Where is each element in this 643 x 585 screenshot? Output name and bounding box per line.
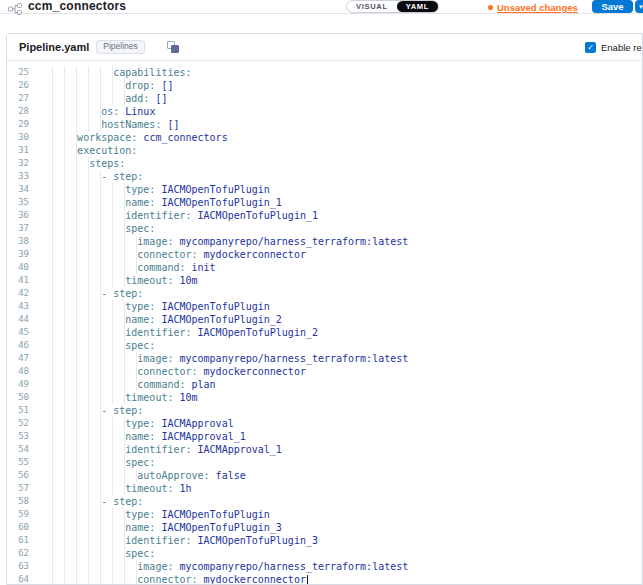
yaml-editor[interactable]: 25capabilities:26drop: []27add: []28os: … xyxy=(7,61,642,585)
editor-line[interactable]: 63image: mycompanyrepo/harness_terraform… xyxy=(7,560,642,573)
code-line[interactable]: execution: xyxy=(41,144,137,157)
code-line[interactable]: capabilities: xyxy=(41,66,192,79)
editor-line[interactable]: 51- step: xyxy=(7,404,642,417)
code-line[interactable]: spec: xyxy=(41,339,155,352)
editor-line[interactable]: 52type: IACMApproval xyxy=(7,417,642,430)
code-line[interactable]: - step: xyxy=(41,170,143,183)
editor-line[interactable]: 57timeout: 1h xyxy=(7,482,642,495)
code-line[interactable]: autoApprove: false xyxy=(41,469,246,482)
code-line[interactable]: os: Linux xyxy=(41,105,155,118)
editor-line[interactable]: 31execution: xyxy=(7,144,642,157)
editor-line[interactable]: 56autoApprove: false xyxy=(7,469,642,482)
line-number: 46 xyxy=(7,339,41,352)
editor-line[interactable]: 39connector: mydockerconnector xyxy=(7,248,642,261)
code-line[interactable]: name: IACMOpenTofuPlugin_3 xyxy=(41,521,282,534)
code-line[interactable]: image: mycompanyrepo/harness_terraform:l… xyxy=(41,235,408,248)
code-line[interactable]: name: IACMApproval_1 xyxy=(41,430,246,443)
enable-readwrite-checkbox[interactable]: ✓ xyxy=(585,42,596,53)
line-number: 48 xyxy=(7,365,41,378)
editor-line[interactable]: 27add: [] xyxy=(7,92,642,105)
line-number: 33 xyxy=(7,170,41,183)
code-line[interactable]: identifier: IACMApproval_1 xyxy=(41,443,282,456)
editor-line[interactable]: 28os: Linux xyxy=(7,105,642,118)
code-line[interactable]: connector: mydockerconnector xyxy=(41,573,308,585)
line-number: 27 xyxy=(7,92,41,105)
editor-line[interactable]: 46spec: xyxy=(7,339,642,352)
editor-line[interactable]: 55spec: xyxy=(7,456,642,469)
editor-line[interactable]: 25capabilities: xyxy=(7,66,642,79)
line-number: 26 xyxy=(7,79,41,92)
code-line[interactable]: - step: xyxy=(41,404,143,417)
line-number: 60 xyxy=(7,521,41,534)
code-line[interactable]: - step: xyxy=(41,287,143,300)
page-title: ccm_connectors xyxy=(28,0,126,13)
line-number: 42 xyxy=(7,287,41,300)
code-line[interactable]: type: IACMOpenTofuPlugin xyxy=(41,300,270,313)
editor-line[interactable]: 35name: IACMOpenTofuPlugin_1 xyxy=(7,196,642,209)
code-line[interactable]: identifier: IACMOpenTofuPlugin_3 xyxy=(41,534,318,547)
code-line[interactable]: drop: [] xyxy=(41,79,173,92)
code-line[interactable]: spec: xyxy=(41,456,155,469)
code-line[interactable]: workspace: ccm_connectors xyxy=(41,131,228,144)
code-line[interactable]: type: IACMOpenTofuPlugin xyxy=(41,508,270,521)
editor-line[interactable]: 44name: IACMOpenTofuPlugin_2 xyxy=(7,313,642,326)
tab-visual[interactable]: VISUAL xyxy=(347,1,397,12)
code-line[interactable]: name: IACMOpenTofuPlugin_2 xyxy=(41,313,282,326)
line-number: 50 xyxy=(7,391,41,404)
editor-line[interactable]: 45identifier: IACMOpenTofuPlugin_2 xyxy=(7,326,642,339)
code-line[interactable]: add: [] xyxy=(41,92,167,105)
code-line[interactable]: command: init xyxy=(41,261,216,274)
code-line[interactable]: timeout: 10m xyxy=(41,391,198,404)
editor-line[interactable]: 50timeout: 10m xyxy=(7,391,642,404)
code-line[interactable]: name: IACMOpenTofuPlugin_1 xyxy=(41,196,282,209)
editor-line[interactable]: 62spec: xyxy=(7,547,642,560)
code-line[interactable]: type: IACMApproval xyxy=(41,417,234,430)
editor-line[interactable]: 41timeout: 10m xyxy=(7,274,642,287)
code-line[interactable]: type: IACMOpenTofuPlugin xyxy=(41,183,270,196)
enable-readwrite-group: ✓ Enable read/ xyxy=(585,34,643,60)
unsaved-changes[interactable]: Unsaved changes xyxy=(488,1,578,13)
save-button[interactable]: Save xyxy=(592,0,633,13)
file-name: Pipeline.yaml xyxy=(19,41,89,53)
editor-line[interactable]: 54identifier: IACMApproval_1 xyxy=(7,443,642,456)
editor-line[interactable]: 37spec: xyxy=(7,222,642,235)
code-line[interactable]: identifier: IACMOpenTofuPlugin_1 xyxy=(41,209,318,222)
editor-line[interactable]: 49command: plan xyxy=(7,378,642,391)
editor-line[interactable]: 48connector: mydockerconnector xyxy=(7,365,642,378)
code-line[interactable]: timeout: 1h xyxy=(41,482,192,495)
code-line[interactable]: identifier: IACMOpenTofuPlugin_2 xyxy=(41,326,318,339)
editor-line[interactable]: 53name: IACMApproval_1 xyxy=(7,430,642,443)
save-dropdown-button[interactable]: ▾ xyxy=(635,0,643,13)
code-line[interactable]: - step: xyxy=(41,495,143,508)
code-line[interactable]: command: plan xyxy=(41,378,216,391)
editor-line[interactable]: 38image: mycompanyrepo/harness_terraform… xyxy=(7,235,642,248)
editor-line[interactable]: 29hostNames: [] xyxy=(7,118,642,131)
code-line[interactable]: connector: mydockerconnector xyxy=(41,248,306,261)
editor-line[interactable]: 58- step: xyxy=(7,495,642,508)
editor-line[interactable]: 43type: IACMOpenTofuPlugin xyxy=(7,300,642,313)
code-line[interactable]: hostNames: [] xyxy=(41,118,180,131)
editor-line[interactable]: 32steps: xyxy=(7,157,642,170)
code-line[interactable]: spec: xyxy=(41,222,155,235)
code-line[interactable]: timeout: 10m xyxy=(41,274,198,287)
code-line[interactable]: steps: xyxy=(41,157,125,170)
code-line[interactable]: image: mycompanyrepo/harness_terraform:l… xyxy=(41,352,408,365)
editor-line[interactable]: 26drop: [] xyxy=(7,79,642,92)
copy-icon[interactable] xyxy=(167,41,179,53)
code-line[interactable]: image: mycompanyrepo/harness_terraform:l… xyxy=(41,560,408,573)
editor-line[interactable]: 60name: IACMOpenTofuPlugin_3 xyxy=(7,521,642,534)
editor-line[interactable]: 59type: IACMOpenTofuPlugin xyxy=(7,508,642,521)
line-number: 30 xyxy=(7,131,41,144)
editor-line[interactable]: 30workspace: ccm_connectors xyxy=(7,131,642,144)
editor-line[interactable]: 42- step: xyxy=(7,287,642,300)
editor-line[interactable]: 47image: mycompanyrepo/harness_terraform… xyxy=(7,352,642,365)
editor-line[interactable]: 64connector: mydockerconnector xyxy=(7,573,642,585)
editor-line[interactable]: 40command: init xyxy=(7,261,642,274)
editor-line[interactable]: 33- step: xyxy=(7,170,642,183)
editor-line[interactable]: 34type: IACMOpenTofuPlugin xyxy=(7,183,642,196)
editor-line[interactable]: 61identifier: IACMOpenTofuPlugin_3 xyxy=(7,534,642,547)
code-line[interactable]: spec: xyxy=(41,547,155,560)
editor-line[interactable]: 36identifier: IACMOpenTofuPlugin_1 xyxy=(7,209,642,222)
tab-yaml[interactable]: YAML xyxy=(397,1,438,12)
code-line[interactable]: connector: mydockerconnector xyxy=(41,365,306,378)
